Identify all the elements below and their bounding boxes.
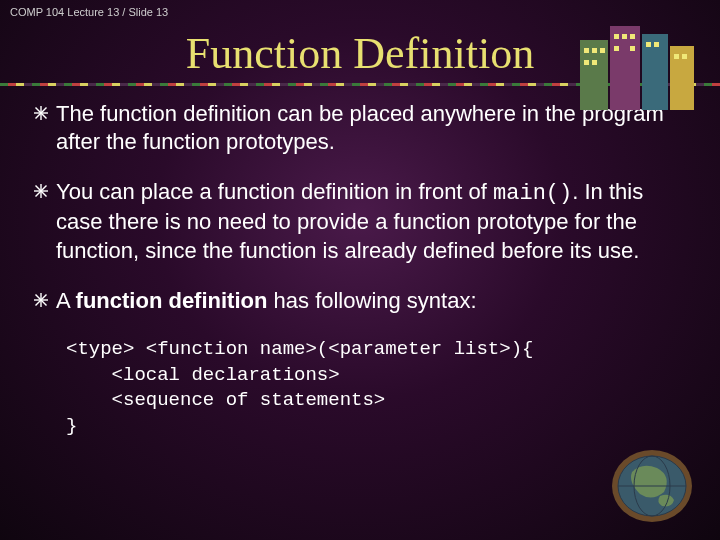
- slide-header: COMP 104 Lecture 13 / Slide 13: [0, 0, 720, 20]
- bullet-text: A function definition has following synt…: [56, 287, 688, 315]
- clipart-buildings: [572, 18, 702, 112]
- slide-content: The function definition can be placed an…: [0, 100, 720, 440]
- svg-rect-9: [614, 34, 619, 39]
- bullet-2: You can place a function definition in f…: [32, 178, 688, 264]
- svg-rect-13: [630, 46, 635, 51]
- svg-rect-17: [682, 54, 687, 59]
- svg-rect-14: [646, 42, 651, 47]
- bullet-3: A function definition has following synt…: [32, 287, 688, 315]
- asterisk-icon: [32, 104, 50, 122]
- asterisk-icon: [32, 291, 50, 309]
- svg-rect-15: [654, 42, 659, 47]
- svg-rect-12: [614, 46, 619, 51]
- clipart-globe: [602, 442, 702, 530]
- asterisk-icon: [32, 182, 50, 200]
- svg-rect-8: [592, 60, 597, 65]
- svg-rect-11: [630, 34, 635, 39]
- svg-rect-5: [592, 48, 597, 53]
- svg-rect-4: [584, 48, 589, 53]
- svg-rect-16: [674, 54, 679, 59]
- svg-rect-10: [622, 34, 627, 39]
- syntax-code-block: <type> <function name>(<parameter list>)…: [66, 337, 688, 440]
- inline-code: main(): [493, 181, 572, 206]
- svg-rect-6: [600, 48, 605, 53]
- svg-rect-7: [584, 60, 589, 65]
- bullet-text: You can place a function definition in f…: [56, 178, 688, 264]
